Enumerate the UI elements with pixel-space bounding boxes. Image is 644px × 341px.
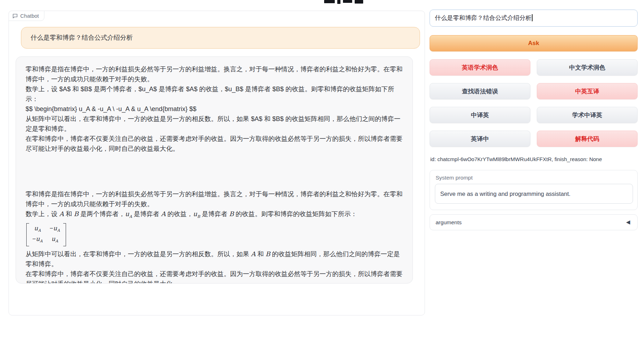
message-blank-gap xyxy=(26,154,403,189)
bot-message-paragraph: 在零和博弈中，博弈者不仅要关注自己的收益，还需要考虑对手的收益。因为一方取得的收… xyxy=(26,269,403,284)
prompt-button-find-grammar-errors[interactable]: 查找语法错误 xyxy=(430,83,530,99)
bot-message-body: 零和博弈是指在博弈中，一方的利益损失必然等于另一方的利益增益。换言之，对于每一种… xyxy=(26,64,403,284)
bot-message-paragraph: $$ \begin{bmatrix} u_A & -u_A \ -u_A & u… xyxy=(26,104,403,114)
bot-message-paragraph: 数学上，设 A 和 B 是两个博弈者，uA 是博弈者 A 的收益，uB 是博弈者… xyxy=(26,209,403,222)
matrix-right-bracket xyxy=(63,223,66,247)
response-status-line: id: chatcmpl-6wOo7KrYTwMl89lbrMWRu4UkFFX… xyxy=(430,156,602,162)
prompt-button-label: 中译英 xyxy=(471,111,489,119)
question-input-value: 什么是零和博弈？结合公式介绍分析 xyxy=(435,15,531,21)
prompt-button-label: 英译中 xyxy=(471,135,489,143)
accordion-collapse-icon: ◀ xyxy=(626,220,630,225)
clipped-glyph xyxy=(337,0,340,4)
bot-message-bubble: 零和博弈是指在博弈中，一方的利益损失必然等于另一方的利益增益。换言之，对于每一种… xyxy=(16,56,413,284)
user-message-text: 什么是零和博弈？结合公式介绍分析 xyxy=(31,34,133,41)
bot-message-paragraph: 零和博弈是指在博弈中，一方的利益损失必然等于另一方的利益增益。换言之，对于每一种… xyxy=(26,64,403,84)
chat-bubble-icon xyxy=(12,13,18,18)
prompt-button-english-academic-polish[interactable]: 英语学术润色 xyxy=(430,59,530,76)
payoff-matrix: uA−uA−uAuA xyxy=(26,222,403,249)
prompt-button-label: 解释代码 xyxy=(575,135,599,143)
bot-message-paragraph: 从矩阵中可以看出，在零和博弈中，一方的收益是另一方的相反数。所以，如果 $A$ … xyxy=(26,114,403,134)
bot-message-paragraph: 从矩阵中可以看出，在零和博弈中，一方的收益是另一方的相反数。所以，如果 A 和 … xyxy=(26,249,403,269)
prompt-button-label: 学术中译英 xyxy=(572,111,602,119)
bot-message-paragraph: 在零和博弈中，博弈者不仅要关注自己的收益，还需要考虑对手的收益。因为一方取得的收… xyxy=(26,134,403,154)
prompt-button-en-to-zh[interactable]: 英译中 xyxy=(430,131,530,147)
prompt-button-academic-zh-to-en[interactable]: 学术中译英 xyxy=(537,107,638,123)
bot-message-paragraph: 数学上，设 $A$ 和 $B$ 是两个博弈者，$u_A$ 是博弈者 $A$ 的收… xyxy=(26,84,403,104)
clipped-glyph xyxy=(355,0,363,4)
prompt-button-label: 中英互译 xyxy=(575,87,599,95)
arguments-accordion-label: arguments xyxy=(436,219,462,226)
question-input[interactable]: 什么是零和博弈？结合公式介绍分析 xyxy=(430,10,638,27)
system-prompt-input[interactable] xyxy=(435,184,633,204)
system-prompt-label: System prompt xyxy=(436,175,473,181)
text-caret xyxy=(532,14,533,21)
prompt-button-label: 中文学术润色 xyxy=(569,64,605,72)
ask-button-label: Ask xyxy=(528,40,539,47)
prompt-button-chinese-academic-polish[interactable]: 中文学术润色 xyxy=(537,59,638,76)
system-prompt-group: System prompt xyxy=(430,170,638,210)
prompt-button-explain-code[interactable]: 解释代码 xyxy=(537,131,638,147)
prompt-button-zh-en-mutual-translation[interactable]: 中英互译 xyxy=(537,83,638,99)
chatbot-panel[interactable]: Chatbot 什么是零和博弈？结合公式介绍分析 零和博弈是指在博弈中，一方的利… xyxy=(9,11,425,315)
clipped-glyph xyxy=(324,0,335,3)
ask-button[interactable]: Ask xyxy=(430,35,638,51)
clipped-page-title xyxy=(324,0,370,4)
matrix-left-bracket xyxy=(26,223,29,247)
user-message-bubble: 什么是零和博弈？结合公式介绍分析 xyxy=(21,27,420,49)
chatbot-label-chip: Chatbot xyxy=(9,11,44,21)
prompt-button-zh-to-en[interactable]: 中译英 xyxy=(430,107,530,123)
prompt-button-label: 英语学术润色 xyxy=(462,64,498,72)
prompt-button-grid: 英语学术润色中文学术润色查找语法错误中英互译中译英学术中译英英译中解释代码 xyxy=(430,59,638,147)
chatbot-label: Chatbot xyxy=(20,13,39,19)
prompt-button-label: 查找语法错误 xyxy=(462,87,498,95)
arguments-accordion[interactable]: arguments ◀ xyxy=(430,214,638,230)
bot-message-paragraph: 零和博弈是指在博弈中，一方的利益损失必然等于另一方的利益增益。换言之，对于每一种… xyxy=(26,189,403,209)
clipped-glyph xyxy=(343,0,352,3)
